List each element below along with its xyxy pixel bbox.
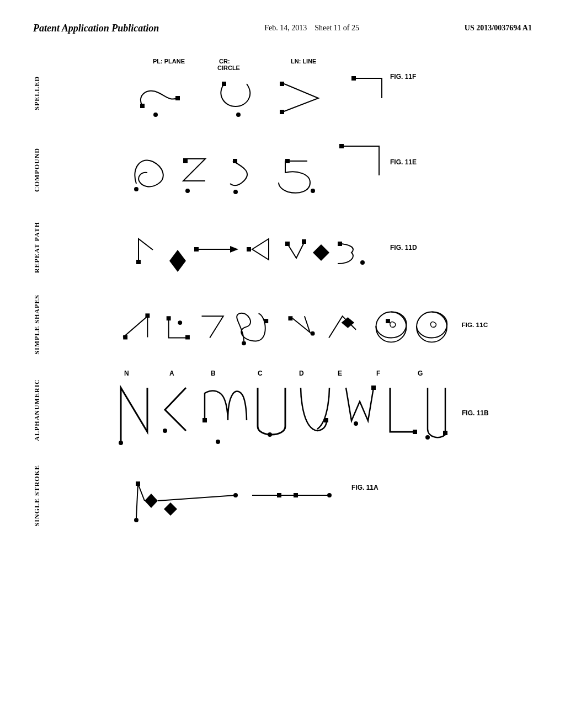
publication-title: Patent Application Publication [33, 22, 159, 35]
fig-11f-row: SPELLED PL: PLANE CR: CIRCLE LN: LINE FI… [33, 57, 532, 129]
svg-marker-24 [169, 250, 186, 272]
svg-point-9 [236, 113, 241, 117]
svg-text:B: B [211, 370, 216, 377]
row-label-compound: COMPOUND [33, 148, 66, 192]
svg-point-38 [178, 321, 182, 325]
svg-point-74 [233, 493, 238, 497]
svg-rect-37 [185, 335, 190, 340]
svg-point-56 [119, 441, 123, 445]
fig-11a-row: SINGLE STROKE FIG. 11A [33, 459, 532, 531]
svg-rect-29 [302, 239, 306, 244]
fig-11c-svg: FIG. 11C [72, 288, 532, 360]
svg-rect-76 [277, 493, 281, 497]
svg-point-42 [311, 331, 315, 336]
svg-text:A: A [169, 370, 174, 377]
row-label-alphanumeric: ALPHANUMERIC [33, 379, 66, 441]
row-label-single-stroke: SINGLE STROKE [33, 465, 66, 526]
svg-marker-30 [313, 244, 329, 261]
row-label-repeat-path: REPEAT PATH [33, 222, 66, 273]
svg-text:G: G [418, 370, 423, 377]
svg-point-80 [327, 493, 332, 497]
page-header: Patent Application Publication Feb. 14, … [0, 0, 565, 46]
svg-point-62 [354, 421, 358, 426]
svg-point-59 [216, 440, 220, 444]
svg-rect-35 [145, 314, 150, 318]
svg-rect-41 [288, 317, 292, 321]
svg-point-39 [242, 341, 246, 346]
svg-text:FIG. 11B: FIG. 11B [462, 409, 489, 417]
svg-text:PL: PLANE: PL: PLANE [153, 58, 185, 65]
svg-rect-16 [183, 159, 188, 163]
fig-11f-content: PL: PLANE CR: CIRCLE LN: LINE FIG. 11F [72, 57, 532, 129]
svg-point-15 [134, 187, 138, 191]
row-label-simple-shapes: SIMPLE SHAPES [33, 295, 66, 355]
publication-date: Feb. 14, 2013 Sheet 11 of 25 [264, 22, 359, 34]
svg-text:N: N [124, 370, 129, 377]
svg-rect-64 [413, 430, 417, 434]
svg-text:F: F [376, 370, 380, 377]
svg-text:C: C [258, 370, 263, 377]
svg-text:FIG. 11D: FIG. 11D [390, 244, 417, 251]
svg-text:FIG. 11F: FIG. 11F [390, 73, 416, 81]
svg-line-71 [136, 484, 138, 518]
fig-11b-row: ALPHANUMERIC FIG. 11B N A B C D E F G [33, 366, 532, 454]
svg-line-73 [158, 495, 236, 501]
svg-text:FIG. 11E: FIG. 11E [390, 158, 417, 166]
svg-rect-77 [294, 493, 298, 497]
svg-rect-66 [443, 431, 447, 435]
fig-11e-svg: FIG. 11E [72, 134, 532, 206]
fig-11e-row: COMPOUND FIG. 11E [33, 134, 532, 206]
fig-11a-svg: FIG. 11A [72, 459, 532, 531]
svg-marker-72 [164, 502, 177, 516]
fig-11b-svg: FIG. 11B N A B C D E F G [72, 366, 532, 454]
fig-11a-content: FIG. 11A [72, 459, 532, 531]
svg-rect-10 [280, 82, 284, 86]
svg-rect-45 [386, 319, 390, 324]
fig-11c-row: SIMPLE SHAPES FIG. 11C [33, 288, 532, 360]
svg-marker-69 [145, 494, 158, 508]
svg-text:CR:: CR: [219, 58, 230, 65]
svg-text:LN: LINE: LN: LINE [291, 58, 316, 65]
figure-content: SPELLED PL: PLANE CR: CIRCLE LN: LINE FI… [0, 46, 565, 548]
svg-point-17 [185, 189, 190, 193]
svg-point-65 [425, 435, 430, 440]
svg-text:FIG. 11C: FIG. 11C [461, 321, 488, 328]
svg-point-70 [134, 518, 138, 522]
row-label-spelled: SPELLED [33, 76, 66, 110]
fig-11d-svg: FIG. 11D [72, 211, 532, 283]
svg-rect-40 [264, 319, 268, 324]
fig-11f-svg: PL: PLANE CR: CIRCLE LN: LINE FIG. 11F [72, 57, 532, 129]
svg-point-19 [233, 190, 238, 194]
svg-text:E: E [338, 370, 342, 377]
fig-11b-content: FIG. 11B N A B C D E F G [72, 366, 532, 454]
svg-rect-6 [175, 96, 180, 100]
svg-text:FIG. 11A: FIG. 11A [351, 484, 379, 491]
fig-11e-content: FIG. 11E [72, 134, 532, 206]
svg-point-21 [311, 189, 315, 193]
publication-number: US 2013/0037694 A1 [465, 22, 532, 34]
svg-rect-63 [371, 386, 376, 390]
svg-rect-27 [247, 247, 251, 251]
svg-marker-26 [230, 246, 238, 253]
svg-rect-11 [280, 110, 284, 114]
svg-rect-25 [194, 247, 199, 251]
svg-point-32 [360, 260, 365, 265]
fig-11d-content: FIG. 11D [72, 211, 532, 283]
fig-11c-content: FIG. 11C [72, 288, 532, 360]
svg-point-7 [153, 113, 158, 117]
svg-point-60 [268, 432, 272, 437]
svg-point-57 [163, 429, 167, 433]
svg-text:CIRCLE: CIRCLE [217, 65, 240, 71]
fig-11d-row: REPEAT PATH FIG. 11D [33, 211, 532, 283]
svg-text:D: D [299, 370, 304, 377]
